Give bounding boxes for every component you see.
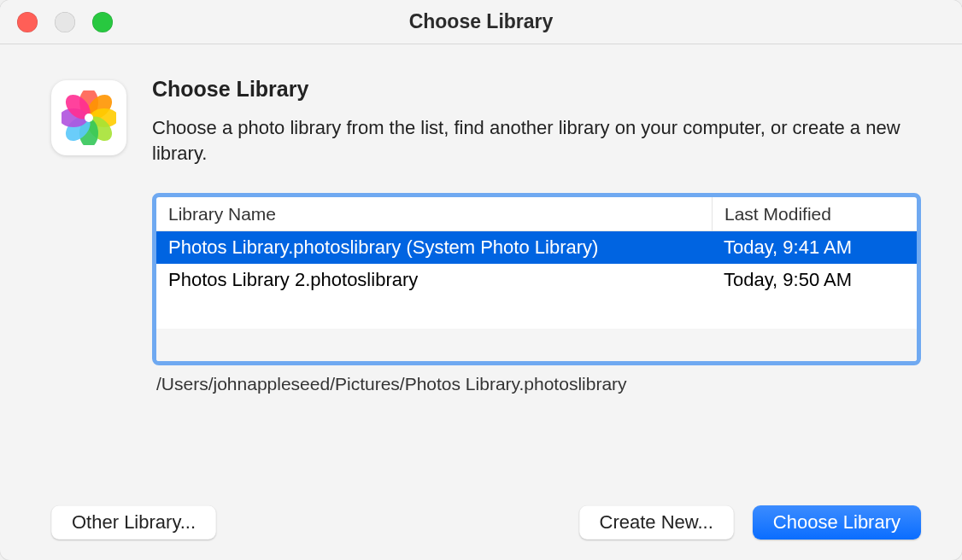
right-button-group: Create New... Choose Library [579,505,921,540]
choose-library-button[interactable]: Choose Library [753,505,921,540]
content-area: Choose Library Choose a photo library fr… [0,44,962,560]
header-row: Choose Library Choose a photo library fr… [51,77,921,166]
page-description: Choose a photo library from the list, fi… [152,115,921,166]
header-text: Choose Library Choose a photo library fr… [152,77,921,166]
create-new-button[interactable]: Create New... [579,505,734,540]
column-header-date[interactable]: Last Modified [712,197,917,230]
library-list-section: Library Name Last Modified Photos Librar… [152,193,921,394]
empty-row [156,329,917,361]
minimize-icon [55,12,75,32]
photos-flower-icon [62,90,116,145]
other-library-button[interactable]: Other Library... [51,505,216,540]
page-heading: Choose Library [152,77,921,102]
svg-point-8 [85,114,93,122]
window-title: Choose Library [409,10,554,33]
cell-library-name: Photos Library 2.photoslibrary [156,269,712,291]
photos-app-icon [51,80,126,155]
traffic-lights [17,12,113,32]
cell-library-date: Today, 9:50 AM [712,269,917,291]
titlebar: Choose Library [0,0,962,44]
cell-library-name: Photos Library.photoslibrary (System Pho… [156,236,712,259]
table-row[interactable]: Photos Library 2.photoslibrary Today, 9:… [156,264,917,296]
table-body: Photos Library.photoslibrary (System Pho… [156,231,917,361]
table-header: Library Name Last Modified [156,197,917,231]
close-icon[interactable] [17,12,38,32]
button-row: Other Library... Create New... Choose Li… [51,481,921,540]
zoom-icon[interactable] [92,12,113,32]
empty-row [156,296,917,329]
column-header-name[interactable]: Library Name [156,204,712,225]
cell-library-date: Today, 9:41 AM [712,236,917,259]
selected-library-path: /Users/johnappleseed/Pictures/Photos Lib… [152,374,921,394]
library-table: Library Name Last Modified Photos Librar… [152,193,921,365]
table-row[interactable]: Photos Library.photoslibrary (System Pho… [156,231,917,264]
choose-library-window: Choose Library [0,0,962,560]
